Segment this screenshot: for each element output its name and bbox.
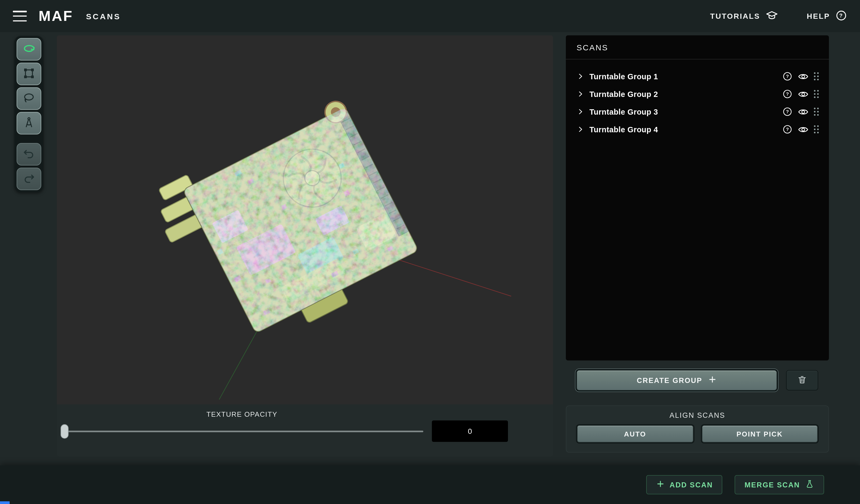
lasso-select-tool-button[interactable] bbox=[17, 87, 41, 110]
lasso-select-icon bbox=[23, 91, 35, 106]
slider-track[interactable] bbox=[60, 431, 423, 432]
visibility-eye-icon[interactable] bbox=[797, 106, 809, 118]
drag-handle-icon[interactable] bbox=[814, 107, 819, 116]
delete-group-button[interactable] bbox=[786, 370, 818, 390]
visibility-eye-icon[interactable] bbox=[797, 88, 809, 100]
scans-panel: SCANS Turntable Group 1 ? bbox=[566, 35, 829, 360]
plus-icon bbox=[707, 375, 717, 386]
app-logo: MAF bbox=[39, 8, 73, 24]
texture-opacity-slider[interactable] bbox=[60, 424, 423, 439]
create-group-label: CREATE GROUP bbox=[637, 376, 702, 384]
scan-group-label: Turntable Group 1 bbox=[589, 72, 658, 81]
svg-text:?: ? bbox=[786, 74, 789, 79]
toolbar-separator bbox=[17, 136, 41, 141]
merge-scan-button[interactable]: MERGE SCAN bbox=[735, 475, 824, 494]
hamburger-icon bbox=[13, 11, 27, 12]
tool-palette bbox=[14, 36, 43, 192]
topbar-actions: TUTORIALS HELP ? bbox=[710, 9, 847, 23]
group-actions-row: CREATE GROUP bbox=[566, 370, 829, 392]
visibility-eye-icon[interactable] bbox=[797, 70, 809, 82]
tutorials-label: TUTORIALS bbox=[710, 12, 760, 20]
expand-chevron-icon[interactable] bbox=[575, 107, 585, 116]
svg-text:?: ? bbox=[839, 12, 843, 18]
drag-handle-icon[interactable] bbox=[814, 125, 819, 134]
drag-handle-icon[interactable] bbox=[814, 72, 819, 81]
help-button[interactable]: HELP ? bbox=[807, 9, 847, 23]
slider-thumb[interactable] bbox=[60, 424, 69, 439]
merge-flask-icon bbox=[805, 479, 815, 490]
scan-group-list: Turntable Group 1 ? Turntable Group 2 ? bbox=[566, 59, 829, 138]
svg-text:?: ? bbox=[786, 109, 789, 114]
orbit-rotate-icon bbox=[22, 42, 35, 57]
point-pick-align-button[interactable]: POINT PICK bbox=[702, 425, 818, 442]
scan-group-label: Turntable Group 2 bbox=[589, 90, 658, 98]
scan-group-label: Turntable Group 4 bbox=[589, 125, 658, 134]
rect-select-icon bbox=[23, 67, 35, 81]
group-help-icon[interactable]: ? bbox=[781, 88, 793, 100]
svg-text:?: ? bbox=[786, 91, 789, 97]
rect-select-tool-button[interactable] bbox=[17, 63, 41, 85]
scan-group-row-3[interactable]: Turntable Group 3 ? bbox=[566, 103, 829, 120]
drag-handle-icon[interactable] bbox=[814, 90, 819, 98]
create-group-button[interactable]: CREATE GROUP bbox=[576, 370, 777, 390]
scan-group-label: Turntable Group 3 bbox=[589, 107, 658, 116]
topbar: MAF SCANS TUTORIALS HELP ? bbox=[0, 0, 860, 32]
page-title: SCANS bbox=[86, 12, 121, 20]
orbit-rotate-tool-button[interactable] bbox=[17, 38, 41, 60]
add-scan-label: ADD SCAN bbox=[670, 481, 713, 489]
visibility-eye-icon[interactable] bbox=[797, 124, 809, 135]
trash-icon bbox=[797, 375, 807, 386]
undo-icon bbox=[23, 147, 35, 161]
viewport-panel: TEXTURE OPACITY 0 bbox=[57, 35, 553, 456]
measure-compass-tool-button[interactable] bbox=[17, 112, 41, 134]
plus-icon bbox=[656, 479, 665, 490]
scan-group-row-1[interactable]: Turntable Group 1 ? bbox=[566, 68, 829, 85]
expand-chevron-icon[interactable] bbox=[575, 89, 585, 99]
add-scan-button[interactable]: ADD SCAN bbox=[646, 475, 722, 494]
help-question-icon: ? bbox=[835, 9, 847, 23]
app-root: MAF SCANS TUTORIALS HELP ? bbox=[0, 0, 860, 504]
expand-chevron-icon[interactable] bbox=[575, 125, 585, 134]
scans-panel-header: SCANS bbox=[566, 35, 829, 59]
texture-opacity-value[interactable]: 0 bbox=[432, 420, 508, 442]
group-help-icon[interactable]: ? bbox=[781, 124, 793, 135]
graduation-cap-icon bbox=[765, 9, 778, 23]
tutorials-button[interactable]: TUTORIALS bbox=[710, 9, 778, 23]
group-help-icon[interactable]: ? bbox=[781, 106, 793, 118]
bottom-action-bar: ADD SCAN MERGE SCAN bbox=[0, 465, 860, 504]
group-help-icon[interactable]: ? bbox=[781, 70, 793, 82]
undo-button[interactable] bbox=[17, 143, 41, 165]
align-scans-header: ALIGN SCANS bbox=[567, 406, 828, 419]
expand-chevron-icon[interactable] bbox=[575, 72, 585, 81]
redo-icon bbox=[23, 172, 35, 186]
help-label: HELP bbox=[807, 12, 830, 20]
bottom-left-indicator bbox=[0, 501, 10, 504]
texture-opacity-label: TEXTURE OPACITY bbox=[60, 410, 423, 418]
align-scans-panel: ALIGN SCANS AUTO POINT PICK bbox=[566, 405, 829, 452]
auto-align-button[interactable]: AUTO bbox=[577, 425, 693, 442]
svg-text:?: ? bbox=[786, 127, 789, 132]
3d-scan-model bbox=[57, 35, 553, 404]
3d-viewport[interactable] bbox=[57, 35, 553, 404]
hamburger-menu-button[interactable] bbox=[13, 11, 27, 21]
scan-group-row-4[interactable]: Turntable Group 4 ? bbox=[566, 120, 829, 138]
measure-compass-icon bbox=[23, 116, 35, 130]
merge-scan-label: MERGE SCAN bbox=[745, 481, 800, 489]
redo-button[interactable] bbox=[17, 168, 41, 190]
scan-group-row-2[interactable]: Turntable Group 2 ? bbox=[566, 85, 829, 103]
